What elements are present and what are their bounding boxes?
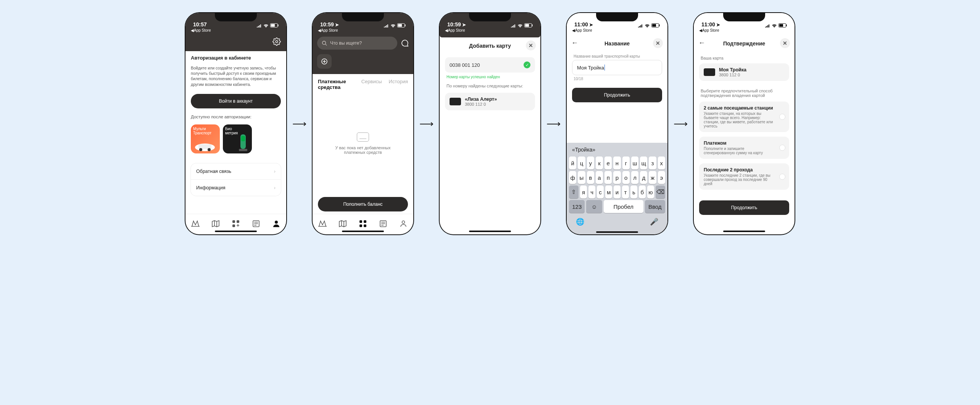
svg-rect-9 [241, 136, 245, 141]
tab-map-icon[interactable] [211, 219, 220, 228]
key-о[interactable]: о [622, 171, 630, 184]
settings-icon[interactable] [272, 37, 281, 46]
key-а[interactable]: а [596, 171, 603, 184]
login-button[interactable]: Войти в аккаунт [191, 94, 281, 108]
found-card-item[interactable]: «Лиза Алерт» 3800 112 0 [445, 93, 535, 110]
tab-profile-icon[interactable] [272, 219, 281, 228]
key-л[interactable]: л [631, 171, 638, 184]
key-й[interactable]: й [569, 157, 576, 169]
feedback-item[interactable]: Обратная связь› [191, 163, 281, 179]
close-icon[interactable]: ✕ [653, 38, 663, 48]
modal-title: Подтверждение [723, 40, 765, 47]
globe-icon[interactable]: 🌐 [576, 218, 584, 226]
keyboard-suggestion[interactable]: «Тройка» [568, 145, 666, 155]
promo-multitransport[interactable]: Мульти Транспорт [191, 124, 220, 153]
continue-button[interactable]: Продолжить [699, 200, 789, 215]
svg-rect-21 [359, 220, 362, 223]
key-ф[interactable]: ф [569, 171, 576, 184]
key-ю[interactable]: ю [647, 186, 654, 198]
back-icon[interactable]: ← [698, 39, 705, 47]
key-shift[interactable]: ⇧ [569, 186, 579, 198]
key-з[interactable]: з [649, 157, 656, 169]
key-х[interactable]: х [658, 157, 665, 169]
key-и[interactable]: и [614, 186, 621, 198]
key-щ[interactable]: щ [640, 157, 647, 169]
key-е[interactable]: е [604, 157, 612, 169]
keyboard: «Тройка» йцукенгшщзх фывапролджэ ⇧ячсмит… [567, 143, 667, 234]
back-to-appstore[interactable]: ◀ App Store [440, 28, 540, 35]
continue-button[interactable]: Продолжить [572, 88, 662, 102]
key-п[interactable]: п [604, 171, 612, 184]
add-card-button[interactable] [317, 54, 332, 69]
option-passes[interactable]: Последние 2 проходаУкажите последние 2 с… [699, 163, 789, 190]
key-ж[interactable]: ж [649, 171, 656, 184]
option-payment[interactable]: ПлатежомПополните и запишите сгенерирова… [699, 137, 789, 159]
key-ы[interactable]: ы [578, 171, 585, 184]
key-э[interactable]: э [658, 171, 665, 184]
key-123[interactable]: 123 [569, 200, 585, 213]
key-т[interactable]: т [622, 186, 629, 198]
search-placeholder: Что вы ищете? [330, 40, 362, 46]
promo-biometry[interactable]: Био метрия [223, 124, 252, 153]
key-с[interactable]: с [597, 186, 604, 198]
key-к[interactable]: к [596, 157, 603, 169]
svg-point-6 [199, 148, 202, 151]
key-д[interactable]: д [640, 171, 647, 184]
tab-metro-icon[interactable] [318, 219, 327, 228]
svg-rect-34 [779, 24, 783, 27]
search-input[interactable]: Что вы ищете? [317, 37, 397, 50]
key-emoji[interactable]: ☺ [586, 200, 602, 213]
tab-history[interactable]: История [389, 79, 408, 90]
info-item[interactable]: Информация› [191, 179, 281, 196]
chat-icon[interactable] [401, 39, 409, 47]
key-в[interactable]: в [587, 171, 594, 184]
key-р[interactable]: р [613, 171, 621, 184]
card-name-input[interactable]: Моя Тройка [572, 60, 662, 75]
key-м[interactable]: м [605, 186, 612, 198]
location-icon: ➤ [589, 22, 593, 27]
your-card-label: Ваша карта [694, 52, 795, 62]
card-number-input[interactable]: 0038 001 120 ✓ [445, 57, 535, 73]
key-б[interactable]: б [639, 186, 646, 198]
svg-rect-1 [271, 24, 275, 27]
phone-1: 10:57 ◀ App Store Авторизация в кабинете… [185, 12, 287, 235]
mic-icon[interactable]: 🎤 [650, 218, 658, 226]
check-icon: ✓ [524, 61, 530, 68]
tab-services-icon[interactable] [358, 219, 368, 228]
svg-point-7 [208, 148, 211, 151]
key-space[interactable]: Пробел [604, 200, 643, 213]
key-backspace[interactable]: ⌫ [656, 186, 665, 198]
tab-profile-icon[interactable] [399, 219, 408, 228]
tab-services[interactable]: Сервисы [361, 79, 382, 90]
key-ч[interactable]: ч [588, 186, 595, 198]
tab-news-icon[interactable] [379, 219, 388, 228]
tab-news-icon[interactable] [251, 219, 261, 228]
key-ц[interactable]: ц [578, 157, 585, 169]
svg-rect-22 [364, 220, 366, 223]
empty-wallet-icon [357, 132, 369, 142]
empty-text: У вас пока нет добавленных платежных сре… [335, 145, 390, 155]
key-ш[interactable]: ш [631, 157, 638, 169]
auth-desc: Войдите или создайте учетную запись, что… [191, 65, 281, 87]
key-ь[interactable]: ь [630, 186, 637, 198]
key-я[interactable]: я [580, 186, 587, 198]
key-г[interactable]: г [622, 157, 630, 169]
tab-map-icon[interactable] [338, 219, 347, 228]
back-to-appstore[interactable]: ◀ App Store [185, 28, 286, 35]
back-to-appstore[interactable]: ◀ App Store [313, 28, 413, 35]
arrow-icon: ⟶ [419, 118, 434, 130]
close-icon[interactable]: ✕ [526, 40, 536, 50]
key-н[interactable]: н [613, 157, 621, 169]
option-stations[interactable]: 2 самые посещаемые станцииУкажите станци… [699, 102, 789, 132]
success-hint: Номер карты успешно найден [440, 74, 540, 82]
key-enter[interactable]: Ввод [645, 200, 665, 213]
back-icon[interactable]: ← [571, 39, 578, 47]
key-у[interactable]: у [587, 157, 594, 169]
close-icon[interactable]: ✕ [780, 38, 790, 48]
tab-payments[interactable]: Платежные средства [318, 79, 355, 90]
back-to-appstore[interactable]: ◀ App Store [694, 28, 795, 35]
topup-button[interactable]: Пополнить баланс [318, 197, 408, 211]
tab-metro-icon[interactable] [191, 219, 200, 228]
back-to-appstore[interactable]: ◀ App Store [567, 28, 667, 35]
tab-services-icon[interactable] [231, 219, 240, 228]
